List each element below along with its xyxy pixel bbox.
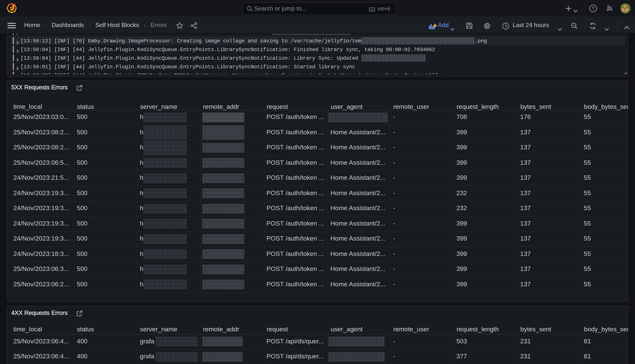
svg-text:?: ? bbox=[592, 6, 594, 11]
